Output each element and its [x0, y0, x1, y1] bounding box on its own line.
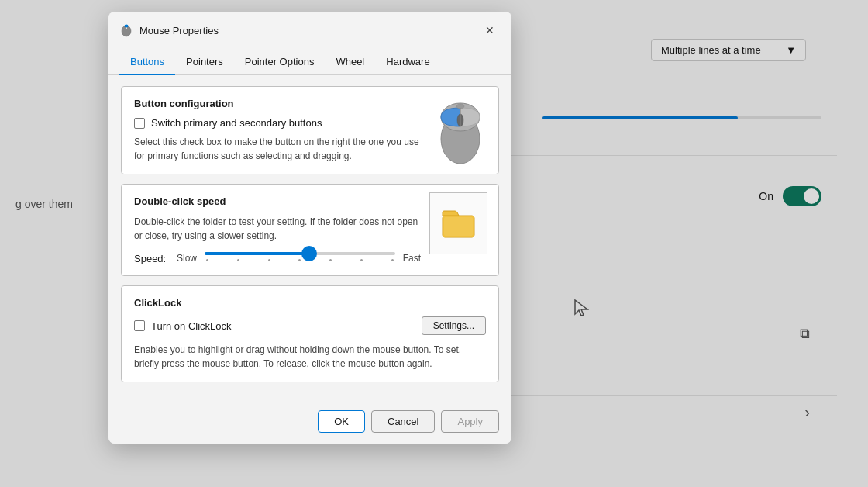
clicklock-row: Turn on ClickLock Settings... — [134, 316, 486, 335]
mouse-graphic — [436, 100, 486, 166]
double-click-section: Double-click speed Double-click the fold… — [121, 184, 499, 276]
clicklock-title: ClickLock — [134, 297, 486, 309]
close-button[interactable]: ✕ — [479, 19, 501, 41]
tab-pointer-options[interactable]: Pointer Options — [234, 50, 326, 75]
svg-rect-10 — [444, 217, 473, 236]
dialog-title-icon — [119, 23, 133, 37]
tab-hardware[interactable]: Hardware — [375, 50, 440, 75]
switch-buttons-row: Switch primary and secondary buttons — [134, 117, 429, 129]
speed-dot-7 — [391, 259, 394, 261]
title-bar: Mouse Properties ✕ — [108, 12, 512, 49]
double-click-desc: Double-click the folder to test your set… — [134, 215, 421, 243]
speed-dot-3 — [268, 259, 270, 261]
title-bar-left: Mouse Properties — [119, 23, 219, 37]
mouse-image-area — [433, 98, 487, 168]
clicklock-label: Turn on ClickLock — [151, 320, 232, 332]
clicklock-checkbox[interactable] — [134, 320, 145, 331]
dialog-title: Mouse Properties — [140, 25, 219, 36]
clicklock-section: ClickLock Turn on ClickLock Settings... … — [121, 285, 499, 382]
switch-buttons-checkbox[interactable] — [134, 118, 145, 129]
folder-test-area[interactable] — [429, 192, 487, 254]
tab-buttons[interactable]: Buttons — [119, 50, 175, 75]
speed-row: Speed: Slow Fast — [134, 252, 421, 264]
speed-dot-1 — [206, 259, 208, 261]
fast-label: Fast — [403, 253, 421, 264]
cancel-button[interactable]: Cancel — [371, 410, 435, 433]
clicklock-checkbox-row: Turn on ClickLock — [134, 320, 232, 332]
svg-point-3 — [125, 25, 129, 28]
dialog-content: Button configuration Switch primary and … — [108, 75, 512, 402]
folder-icon — [441, 206, 476, 241]
speed-slider[interactable] — [205, 252, 395, 255]
dialog-buttons: OK Cancel Apply — [108, 402, 512, 444]
clicklock-desc: Enables you to highlight or drag without… — [134, 343, 486, 371]
ok-button[interactable]: OK — [318, 410, 365, 433]
mouse-properties-dialog: Mouse Properties ✕ Buttons Pointers Poin… — [108, 12, 512, 444]
speed-dot-4 — [298, 259, 301, 261]
speed-dot-2 — [237, 259, 239, 261]
slow-label: Slow — [177, 253, 197, 264]
button-config-section: Button configuration Switch primary and … — [121, 86, 499, 174]
speed-dots — [205, 259, 395, 261]
clicklock-settings-button[interactable]: Settings... — [422, 316, 486, 335]
speed-fill — [205, 252, 309, 255]
button-config-title: Button configuration — [134, 98, 429, 109]
tabs-bar: Buttons Pointers Pointer Options Wheel H… — [108, 49, 512, 75]
switch-buttons-label: Switch primary and secondary buttons — [151, 117, 322, 129]
speed-dot-5 — [329, 259, 332, 261]
double-click-title: Double-click speed — [134, 195, 421, 207]
speed-label: Speed: — [134, 253, 169, 264]
tab-pointers[interactable]: Pointers — [175, 50, 234, 75]
apply-button[interactable]: Apply — [441, 410, 499, 433]
speed-dot-6 — [360, 259, 363, 261]
button-config-desc: Select this check box to make the button… — [134, 135, 429, 163]
tab-wheel[interactable]: Wheel — [325, 50, 375, 75]
